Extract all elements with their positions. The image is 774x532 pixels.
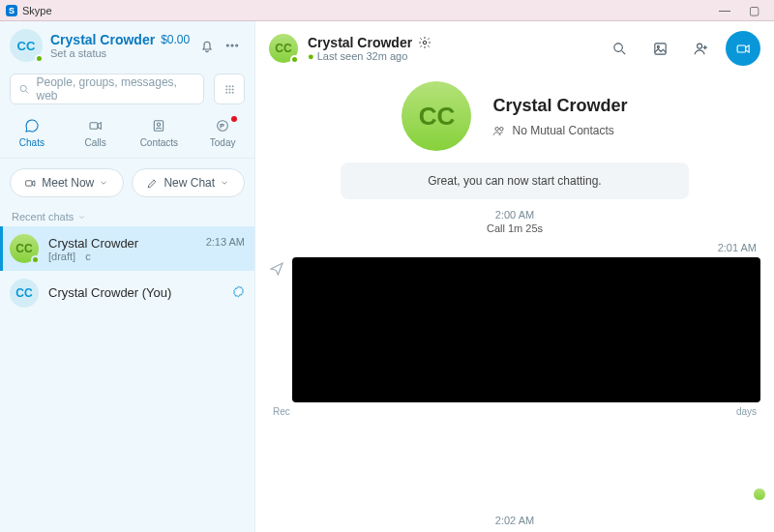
- system-greeting: Great, you can now start chatting.: [341, 163, 689, 199]
- chevron-down-icon: [220, 178, 229, 188]
- tab-calls-label: Calls: [85, 137, 106, 148]
- mutual-contacts-text: No Mutual Contacts: [512, 124, 613, 137]
- video-message[interactable]: [292, 257, 760, 402]
- svg-point-1: [231, 44, 233, 46]
- self-name[interactable]: Crystal Crowder: [50, 32, 155, 47]
- svg-rect-13: [90, 123, 98, 130]
- svg-point-6: [232, 85, 233, 86]
- search-input[interactable]: People, groups, messages, web: [10, 74, 204, 104]
- add-people-button[interactable]: [685, 33, 716, 64]
- search-icon: [611, 41, 628, 57]
- self-avatar[interactable]: CC: [10, 29, 43, 62]
- tab-calls[interactable]: Calls: [68, 116, 124, 148]
- chat-icon: [24, 118, 40, 133]
- notification-dot-icon: [231, 116, 237, 122]
- call-duration: Call 1m 25s: [255, 222, 774, 234]
- contact-avatar: CC: [10, 234, 39, 263]
- svg-rect-20: [654, 43, 665, 53]
- more-horizontal-icon: [224, 38, 240, 53]
- chat-item-preview: c: [85, 251, 91, 262]
- svg-point-10: [225, 92, 226, 93]
- svg-point-9: [232, 88, 233, 89]
- profile-avatar[interactable]: CC: [402, 81, 471, 151]
- svg-rect-23: [737, 44, 746, 51]
- new-chat-label: New Chat: [164, 176, 215, 190]
- tab-contacts-label: Contacts: [140, 137, 178, 148]
- contacts-icon: [151, 118, 166, 133]
- gear-icon[interactable]: [418, 36, 432, 49]
- svg-point-25: [500, 127, 504, 131]
- svg-point-22: [697, 44, 701, 48]
- svg-point-7: [225, 88, 226, 89]
- conversation-pane: CC Crystal Crowder ● Last seen 32m ago: [255, 21, 774, 532]
- window-minimize-button[interactable]: —: [710, 4, 739, 17]
- recording-label: Rec: [273, 406, 290, 417]
- more-button[interactable]: [220, 33, 245, 58]
- chat-item-name: Crystal Crowder: [48, 236, 138, 251]
- chevron-down-icon: [99, 178, 108, 188]
- tab-contacts[interactable]: Contacts: [131, 116, 187, 148]
- search-icon: [18, 83, 31, 96]
- svg-point-11: [228, 92, 229, 93]
- svg-point-19: [613, 43, 622, 51]
- chat-list-item[interactable]: CC Crystal Crowder (You): [0, 271, 254, 315]
- read-receipt-avatar: [753, 488, 766, 501]
- avatar-initials: CC: [15, 242, 32, 255]
- video-icon: [735, 41, 752, 57]
- svg-point-5: [228, 85, 229, 86]
- svg-point-0: [226, 44, 228, 46]
- header-search-button[interactable]: [604, 33, 635, 64]
- svg-point-2: [236, 44, 238, 46]
- conversation-header: CC Crystal Crowder ● Last seen 32m ago: [255, 21, 774, 75]
- gallery-button[interactable]: [644, 33, 675, 64]
- balance-amount[interactable]: $0.00: [161, 33, 190, 46]
- bell-icon: [199, 38, 215, 53]
- profile-summary: CC Crystal Crowder No Mutual Contacts: [402, 81, 627, 151]
- svg-point-21: [657, 45, 659, 47]
- svg-point-24: [495, 127, 499, 131]
- search-placeholder: People, groups, messages, web: [37, 75, 195, 103]
- avatar-initials: CC: [275, 42, 291, 55]
- dialpad-icon: [223, 83, 236, 96]
- sidebar: CC Crystal Crowder $0.00 Set a status Pe…: [0, 21, 255, 532]
- meet-now-label: Meet Now: [42, 176, 94, 190]
- svg-point-8: [228, 88, 229, 89]
- section-recent-chats[interactable]: Recent chats: [0, 207, 254, 226]
- person-plus-icon: [693, 41, 709, 57]
- timestamp: 2:00 AM: [255, 209, 774, 221]
- draft-label: [draft]: [48, 251, 75, 262]
- window-title: Skype: [22, 5, 52, 16]
- meet-now-button[interactable]: Meet Now: [10, 168, 124, 197]
- svg-point-15: [158, 123, 161, 126]
- sidebar-header: CC Crystal Crowder $0.00 Set a status: [0, 21, 254, 66]
- camera-icon: [24, 177, 37, 190]
- conversation-title[interactable]: Crystal Crowder: [308, 35, 412, 50]
- tab-chats[interactable]: Chats: [4, 116, 60, 148]
- new-chat-button[interactable]: New Chat: [132, 168, 246, 197]
- profile-name: Crystal Crowder: [492, 96, 627, 116]
- presence-text: Last seen 32m ago: [317, 50, 408, 62]
- presence-dot-icon: [290, 55, 299, 64]
- chat-list-item[interactable]: CC Crystal Crowder 2:13 AM [draft] c: [0, 226, 254, 271]
- notifications-button[interactable]: [194, 33, 220, 58]
- header-avatar[interactable]: CC: [269, 34, 298, 63]
- video-icon: [88, 118, 104, 133]
- section-recent-chats-label: Recent chats: [12, 211, 74, 222]
- set-status-link[interactable]: Set a status: [50, 47, 194, 59]
- svg-point-12: [232, 92, 233, 93]
- svg-point-3: [20, 85, 26, 91]
- image-icon: [652, 41, 669, 57]
- video-call-button[interactable]: [726, 31, 760, 66]
- presence-dot-icon: [31, 255, 40, 264]
- presence-dot-icon: [35, 54, 44, 63]
- skype-logo-icon: S: [6, 5, 17, 16]
- tab-today[interactable]: Today: [194, 116, 251, 148]
- dialpad-button[interactable]: [214, 74, 245, 104]
- contact-avatar: CC: [10, 279, 39, 308]
- window-maximize-button[interactable]: ▢: [739, 4, 768, 17]
- avatar-initials: CC: [15, 286, 32, 300]
- today-icon: [215, 118, 230, 133]
- tab-chats-label: Chats: [19, 137, 45, 148]
- timestamp: 2:02 AM: [255, 515, 774, 526]
- people-icon: [492, 124, 506, 137]
